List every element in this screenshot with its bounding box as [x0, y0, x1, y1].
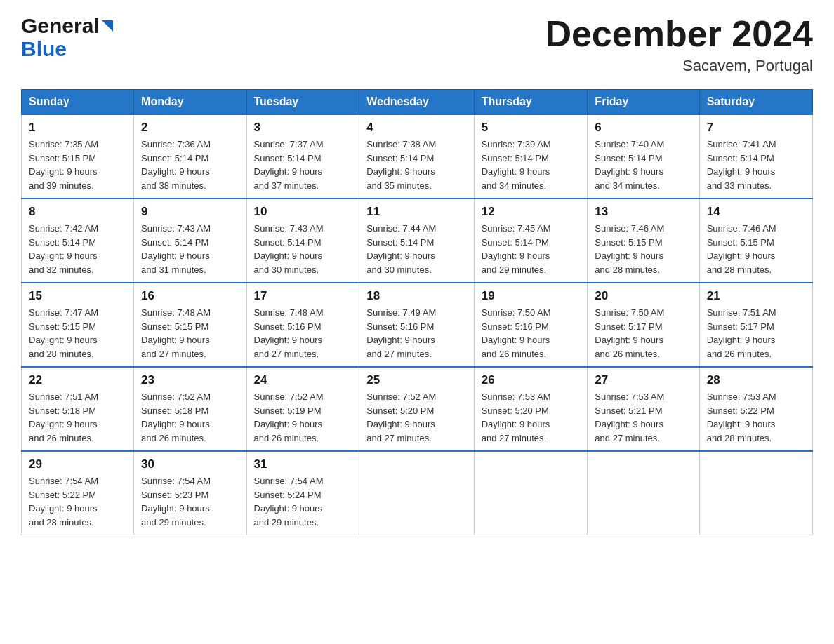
day-info: Sunrise: 7:43 AMSunset: 5:14 PMDaylight:… [141, 223, 211, 275]
table-row [588, 451, 699, 535]
day-info: Sunrise: 7:52 AMSunset: 5:20 PMDaylight:… [366, 391, 436, 443]
table-row: 3 Sunrise: 7:37 AMSunset: 5:14 PMDayligh… [246, 114, 359, 199]
day-info: Sunrise: 7:52 AMSunset: 5:19 PMDaylight:… [254, 391, 324, 443]
table-row: 16 Sunrise: 7:48 AMSunset: 5:15 PMDaylig… [134, 283, 246, 367]
table-row: 8 Sunrise: 7:42 AMSunset: 5:14 PMDayligh… [22, 199, 134, 283]
day-number: 1 [29, 121, 126, 135]
day-number: 9 [141, 205, 239, 219]
day-number: 28 [707, 373, 805, 387]
day-info: Sunrise: 7:53 AMSunset: 5:20 PMDaylight:… [482, 391, 551, 443]
calendar-table: Sunday Monday Tuesday Wednesday Thursday… [21, 89, 813, 535]
day-info: Sunrise: 7:42 AMSunset: 5:14 PMDaylight:… [29, 223, 98, 275]
day-number: 3 [254, 121, 352, 135]
table-row [699, 451, 812, 535]
logo-line1: General [21, 14, 113, 37]
day-info: Sunrise: 7:46 AMSunset: 5:15 PMDaylight:… [595, 223, 664, 275]
day-number: 4 [366, 121, 466, 135]
table-row: 19 Sunrise: 7:50 AMSunset: 5:16 PMDaylig… [474, 283, 588, 367]
day-info: Sunrise: 7:48 AMSunset: 5:15 PMDaylight:… [141, 307, 211, 359]
table-row: 17 Sunrise: 7:48 AMSunset: 5:16 PMDaylig… [246, 283, 359, 367]
table-row: 29 Sunrise: 7:54 AMSunset: 5:22 PMDaylig… [22, 451, 134, 535]
day-info: Sunrise: 7:37 AMSunset: 5:14 PMDaylight:… [254, 139, 324, 191]
day-number: 29 [29, 457, 126, 471]
day-info: Sunrise: 7:41 AMSunset: 5:14 PMDaylight:… [707, 139, 776, 191]
day-number: 15 [29, 289, 126, 303]
calendar-week-row: 29 Sunrise: 7:54 AMSunset: 5:22 PMDaylig… [22, 451, 813, 535]
day-info: Sunrise: 7:43 AMSunset: 5:14 PMDaylight:… [254, 223, 324, 275]
day-info: Sunrise: 7:49 AMSunset: 5:16 PMDaylight:… [366, 307, 436, 359]
col-friday: Friday [588, 90, 699, 115]
day-number: 19 [482, 289, 581, 303]
col-monday: Monday [134, 90, 246, 115]
table-row: 24 Sunrise: 7:52 AMSunset: 5:19 PMDaylig… [246, 367, 359, 451]
day-info: Sunrise: 7:36 AMSunset: 5:14 PMDaylight:… [141, 139, 211, 191]
day-number: 26 [482, 373, 581, 387]
table-row: 14 Sunrise: 7:46 AMSunset: 5:15 PMDaylig… [699, 199, 812, 283]
table-row [359, 451, 474, 535]
table-row: 2 Sunrise: 7:36 AMSunset: 5:14 PMDayligh… [134, 114, 246, 199]
day-info: Sunrise: 7:40 AMSunset: 5:14 PMDaylight:… [595, 139, 664, 191]
table-row: 20 Sunrise: 7:50 AMSunset: 5:17 PMDaylig… [588, 283, 699, 367]
day-number: 7 [707, 121, 805, 135]
table-row: 13 Sunrise: 7:46 AMSunset: 5:15 PMDaylig… [588, 199, 699, 283]
day-number: 22 [29, 373, 126, 387]
day-number: 24 [254, 373, 352, 387]
day-number: 6 [595, 121, 691, 135]
day-info: Sunrise: 7:50 AMSunset: 5:16 PMDaylight:… [482, 307, 551, 359]
col-tuesday: Tuesday [246, 90, 359, 115]
table-row: 15 Sunrise: 7:47 AMSunset: 5:15 PMDaylig… [22, 283, 134, 367]
day-info: Sunrise: 7:51 AMSunset: 5:17 PMDaylight:… [707, 307, 776, 359]
day-number: 30 [141, 457, 239, 471]
title-area: December 2024 Sacavem, Portugal [545, 14, 813, 75]
table-row: 9 Sunrise: 7:43 AMSunset: 5:14 PMDayligh… [134, 199, 246, 283]
day-info: Sunrise: 7:47 AMSunset: 5:15 PMDaylight:… [29, 307, 98, 359]
table-row: 7 Sunrise: 7:41 AMSunset: 5:14 PMDayligh… [699, 114, 812, 199]
day-info: Sunrise: 7:53 AMSunset: 5:22 PMDaylight:… [707, 391, 776, 443]
calendar-header-row: Sunday Monday Tuesday Wednesday Thursday… [22, 90, 813, 115]
day-info: Sunrise: 7:48 AMSunset: 5:16 PMDaylight:… [254, 307, 324, 359]
day-info: Sunrise: 7:38 AMSunset: 5:14 PMDaylight:… [366, 139, 436, 191]
table-row: 30 Sunrise: 7:54 AMSunset: 5:23 PMDaylig… [134, 451, 246, 535]
table-row: 23 Sunrise: 7:52 AMSunset: 5:18 PMDaylig… [134, 367, 246, 451]
day-info: Sunrise: 7:51 AMSunset: 5:18 PMDaylight:… [29, 391, 98, 443]
table-row: 26 Sunrise: 7:53 AMSunset: 5:20 PMDaylig… [474, 367, 588, 451]
day-number: 11 [366, 205, 466, 219]
col-sunday: Sunday [22, 90, 134, 115]
calendar-week-row: 1 Sunrise: 7:35 AMSunset: 5:15 PMDayligh… [22, 114, 813, 199]
day-info: Sunrise: 7:54 AMSunset: 5:23 PMDaylight:… [141, 476, 211, 528]
day-number: 14 [707, 205, 805, 219]
day-number: 8 [29, 205, 126, 219]
table-row: 25 Sunrise: 7:52 AMSunset: 5:20 PMDaylig… [359, 367, 474, 451]
day-info: Sunrise: 7:45 AMSunset: 5:14 PMDaylight:… [482, 223, 551, 275]
day-info: Sunrise: 7:54 AMSunset: 5:24 PMDaylight:… [254, 476, 324, 528]
table-row: 5 Sunrise: 7:39 AMSunset: 5:14 PMDayligh… [474, 114, 588, 199]
col-saturday: Saturday [699, 90, 812, 115]
day-info: Sunrise: 7:35 AMSunset: 5:15 PMDaylight:… [29, 139, 98, 191]
day-number: 2 [141, 121, 239, 135]
day-info: Sunrise: 7:52 AMSunset: 5:18 PMDaylight:… [141, 391, 211, 443]
day-info: Sunrise: 7:46 AMSunset: 5:15 PMDaylight:… [707, 223, 776, 275]
table-row: 31 Sunrise: 7:54 AMSunset: 5:24 PMDaylig… [246, 451, 359, 535]
calendar-week-row: 8 Sunrise: 7:42 AMSunset: 5:14 PMDayligh… [22, 199, 813, 283]
table-row: 6 Sunrise: 7:40 AMSunset: 5:14 PMDayligh… [588, 114, 699, 199]
table-row: 1 Sunrise: 7:35 AMSunset: 5:15 PMDayligh… [22, 114, 134, 199]
logo-line2: Blue [21, 37, 67, 60]
day-number: 18 [366, 289, 466, 303]
table-row: 12 Sunrise: 7:45 AMSunset: 5:14 PMDaylig… [474, 199, 588, 283]
day-info: Sunrise: 7:54 AMSunset: 5:22 PMDaylight:… [29, 476, 98, 528]
location: Sacavem, Portugal [545, 57, 813, 75]
day-number: 27 [595, 373, 691, 387]
day-number: 17 [254, 289, 352, 303]
col-wednesday: Wednesday [359, 90, 474, 115]
day-number: 20 [595, 289, 691, 303]
day-number: 13 [595, 205, 691, 219]
calendar-week-row: 15 Sunrise: 7:47 AMSunset: 5:15 PMDaylig… [22, 283, 813, 367]
calendar-week-row: 22 Sunrise: 7:51 AMSunset: 5:18 PMDaylig… [22, 367, 813, 451]
table-row: 18 Sunrise: 7:49 AMSunset: 5:16 PMDaylig… [359, 283, 474, 367]
table-row: 21 Sunrise: 7:51 AMSunset: 5:17 PMDaylig… [699, 283, 812, 367]
day-info: Sunrise: 7:50 AMSunset: 5:17 PMDaylight:… [595, 307, 664, 359]
day-number: 21 [707, 289, 805, 303]
page-header: General Blue December 2024 Sacavem, Port… [21, 14, 813, 75]
month-title: December 2024 [545, 14, 813, 54]
day-info: Sunrise: 7:53 AMSunset: 5:21 PMDaylight:… [595, 391, 664, 443]
